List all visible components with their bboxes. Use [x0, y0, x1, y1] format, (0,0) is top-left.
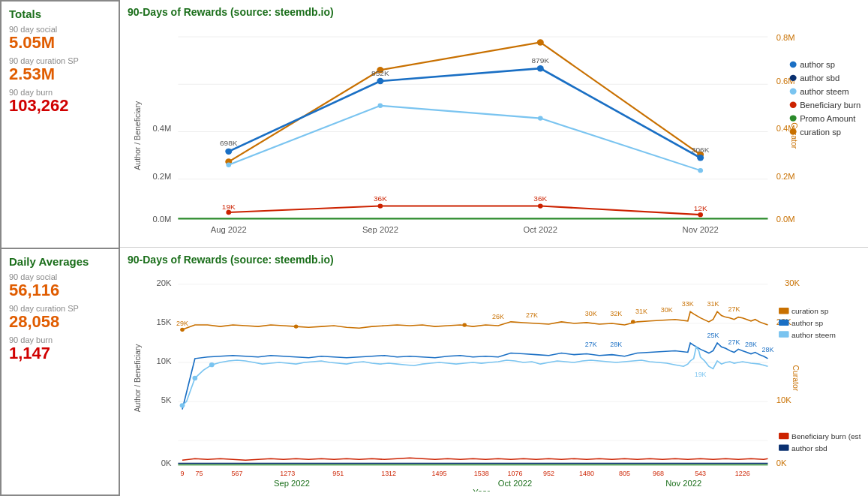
svg-text:0K: 0K — [161, 458, 173, 467]
svg-text:1226: 1226 — [735, 470, 750, 477]
totals-box: Totals 90 day social 5.05M 90 day curati… — [2, 2, 119, 249]
burn-value-daily: 1,147 — [9, 344, 111, 362]
author-sp-line — [229, 68, 701, 158]
svg-text:36K: 36K — [533, 195, 547, 203]
svg-point-33 — [538, 203, 543, 208]
svg-text:698K: 698K — [220, 140, 238, 148]
svg-text:9: 9 — [180, 470, 184, 477]
svg-text:0K: 0K — [776, 458, 788, 467]
svg-text:19K: 19K — [695, 371, 707, 378]
svg-text:36K: 36K — [374, 195, 387, 203]
chart2-title: 90-Days of Rewards (source: steemdb.io) — [128, 254, 860, 266]
svg-text:Aug 2022: Aug 2022 — [211, 226, 247, 235]
svg-text:Curator: Curator — [791, 365, 800, 392]
svg-point-51 — [790, 115, 797, 121]
svg-text:12K: 12K — [694, 204, 707, 212]
chart2-container: 90-Days of Rewards (source: steemdb.io) … — [120, 248, 868, 496]
svg-text:10K: 10K — [776, 396, 792, 405]
svg-rect-121 — [779, 433, 788, 439]
right-panel: 90-Days of Rewards (source: steemdb.io) … — [120, 0, 868, 496]
svg-text:28K: 28K — [745, 341, 757, 349]
svg-point-20 — [377, 78, 383, 84]
svg-text:27K: 27K — [526, 311, 538, 319]
svg-rect-123 — [779, 444, 788, 450]
svg-point-73 — [192, 376, 197, 380]
svg-rect-117 — [779, 320, 788, 326]
svg-text:25K: 25K — [707, 332, 719, 339]
svg-text:543: 543 — [695, 470, 706, 477]
svg-point-29 — [538, 116, 543, 120]
svg-text:curation sp: curation sp — [791, 308, 828, 316]
svg-point-22 — [697, 155, 704, 161]
svg-text:Curator: Curator — [790, 122, 799, 149]
svg-text:952: 952 — [543, 470, 554, 477]
svg-text:567: 567 — [231, 470, 242, 477]
chart2-author-sp — [182, 343, 767, 410]
svg-point-27 — [226, 163, 231, 167]
svg-point-28 — [378, 104, 383, 108]
svg-text:author sbd: author sbd — [791, 444, 827, 452]
svg-text:curation sp: curation sp — [800, 128, 841, 137]
svg-text:0.2M: 0.2M — [152, 172, 171, 181]
svg-text:33K: 33K — [682, 300, 694, 308]
svg-text:852K: 852K — [371, 69, 389, 77]
curation-label-daily: 90 day curation SP — [9, 304, 111, 313]
svg-text:1538: 1538 — [474, 470, 489, 477]
svg-text:5K: 5K — [161, 396, 173, 405]
author-steem-line — [229, 106, 701, 170]
svg-rect-115 — [779, 308, 788, 314]
svg-point-72 — [180, 403, 185, 407]
chart2-svg: 0K 5K 10K 15K 20K 0K 10K 20K 30K Author … — [128, 269, 860, 491]
svg-text:31K: 31K — [635, 308, 647, 316]
svg-point-30 — [698, 168, 703, 173]
daily-title: Daily Averages — [9, 255, 111, 268]
svg-text:1076: 1076 — [508, 470, 523, 477]
left-panel: Totals 90 day social 5.05M 90 day curati… — [0, 0, 120, 496]
svg-point-17 — [537, 39, 544, 45]
svg-point-43 — [790, 62, 797, 68]
svg-point-47 — [790, 89, 797, 95]
svg-point-34 — [698, 212, 703, 217]
svg-text:1495: 1495 — [432, 470, 447, 477]
svg-text:1480: 1480 — [579, 470, 594, 477]
svg-text:0.2M: 0.2M — [776, 172, 795, 181]
svg-text:0.4M: 0.4M — [152, 125, 171, 134]
chart1-area: 0.0M 0.2M 0.4M 0.0M 0.2M 0.4M 0.6M 0.8M … — [128, 21, 860, 242]
svg-text:27K: 27K — [728, 338, 740, 346]
svg-text:Nov 2022: Nov 2022 — [665, 479, 701, 488]
svg-rect-119 — [779, 331, 788, 337]
chart1-container: 90-Days of Rewards (source: steemdb.io) … — [120, 0, 868, 248]
chart2-area: 0K 5K 10K 15K 20K 0K 10K 20K 30K Author … — [128, 269, 860, 491]
curation-value-total: 2.53M — [9, 65, 111, 83]
svg-point-21 — [537, 65, 544, 71]
burn-value-total: 103,262 — [9, 97, 111, 115]
svg-text:306K: 306K — [692, 146, 710, 154]
svg-text:30K: 30K — [585, 310, 597, 317]
svg-text:968: 968 — [653, 470, 664, 477]
svg-text:26K: 26K — [492, 313, 504, 320]
svg-text:19K: 19K — [222, 203, 236, 211]
svg-point-45 — [790, 75, 797, 81]
svg-point-53 — [790, 128, 797, 134]
svg-point-74 — [209, 362, 215, 367]
svg-text:Year: Year — [473, 488, 490, 491]
svg-text:Nov 2022: Nov 2022 — [683, 226, 719, 235]
svg-point-32 — [378, 203, 383, 208]
svg-point-77 — [462, 323, 467, 326]
svg-text:1312: 1312 — [381, 470, 396, 477]
beneficiary-burn-line — [229, 206, 701, 215]
social-value-daily: 56,116 — [9, 281, 111, 299]
svg-text:Promo Amount: Promo Amount — [800, 114, 855, 123]
svg-text:Oct 2022: Oct 2022 — [524, 226, 558, 235]
svg-point-78 — [631, 320, 635, 323]
svg-text:1273: 1273 — [280, 470, 295, 477]
chart2-beneficiary-burn — [182, 458, 767, 460]
svg-text:Sep 2022: Sep 2022 — [362, 226, 398, 235]
chart2-curation-sp — [182, 311, 767, 329]
svg-point-31 — [226, 210, 231, 215]
svg-text:30K: 30K — [661, 307, 673, 314]
curation-value-daily: 28,058 — [9, 313, 111, 331]
svg-text:15K: 15K — [156, 317, 172, 326]
svg-text:10K: 10K — [156, 357, 172, 366]
svg-text:28K: 28K — [610, 341, 622, 349]
